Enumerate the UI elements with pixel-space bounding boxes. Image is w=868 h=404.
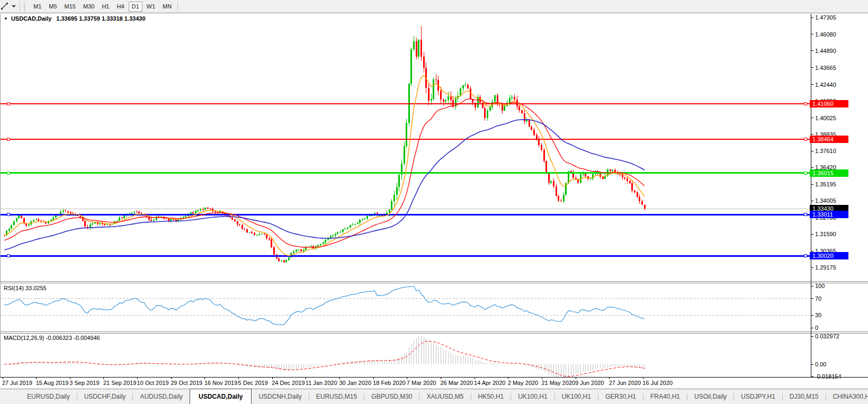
chart-tabs-bar: EURUSD,DailyUSDCHF,DailyAUDUSD,DailyUSDC… [0,389,868,404]
chart-window: 1.473051.460801.448901.436651.424401.412… [0,14,868,389]
svg-text:1.33011: 1.33011 [812,211,833,218]
svg-text:7 Mar 2020: 7 Mar 2020 [407,380,436,386]
svg-text:11 Jan 2020: 11 Jan 2020 [306,380,337,386]
chart-ohlc-header: ▼ USDCAD,Daily 1.33695 1.33759 1.33318 1… [4,15,146,22]
chart-tabs: EURUSD,DailyUSDCHF,DailyAUDUSD,DailyUSDC… [0,389,868,404]
hline-anchor[interactable] [804,138,807,141]
chart-borders [0,14,868,378]
svg-text:-0.018154: -0.018154 [815,373,842,380]
chart-tab-AUDUSD-Daily[interactable]: AUDUSD,Daily [133,389,190,404]
hline-anchor[interactable] [7,172,10,174]
chart-tab-FRA40-H1[interactable]: FRA40,H1 [643,389,687,404]
chart-canvas[interactable]: 1.473051.460801.448901.436651.424401.412… [0,14,868,389]
hline-anchor[interactable] [804,102,807,105]
trendline-tool-button[interactable] [0,1,17,12]
timeframe-buttons: M1M5M15M30H1H4D1W1MN [30,2,175,12]
timeframe-button-D1[interactable]: D1 [129,2,142,12]
svg-text:21 Sep 2019: 21 Sep 2019 [103,380,136,386]
svg-text:1.42440: 1.42440 [815,82,836,88]
svg-text:1.30020: 1.30020 [812,253,834,259]
svg-text:24 Dec 2019: 24 Dec 2019 [272,380,305,386]
hline-anchor[interactable] [7,255,10,257]
timeframe-toolbar: M1M5M15M30H1H4D1W1MN [0,0,868,13]
svg-text:70: 70 [815,295,821,302]
svg-text:21 May 2020: 21 May 2020 [541,380,575,386]
svg-text:1.35195: 1.35195 [815,181,836,187]
svg-text:0.00: 0.00 [815,361,826,367]
svg-text:14 Apr 2020: 14 Apr 2020 [474,380,505,386]
svg-text:1.34005: 1.34005 [815,197,836,204]
chart-tab-HK50-H1[interactable]: HK50,H1 [471,389,511,404]
chart-tab-USOil-Daily[interactable]: USOil,Daily [687,389,733,404]
toolbar-grip[interactable] [24,3,26,11]
tool-dropdown-caret-icon[interactable] [12,5,16,7]
svg-text:0: 0 [815,325,818,331]
timeframe-button-M1[interactable]: M1 [30,2,44,12]
time-axis: 27 Jul 201915 Aug 20193 Sep 201921 Sep 2… [2,377,673,386]
chart-tab-CHINA300-H4[interactable]: CHINA300,H4 [826,389,868,404]
svg-text:1.47305: 1.47305 [815,14,836,21]
ma-fast-line [4,76,645,256]
svg-text:27 Jul 2019: 27 Jul 2019 [2,380,32,386]
macd-indicator-label: MACD(12,26,9) -0.006323 -0.004946 [4,335,100,341]
svg-text:5 Dec 2019: 5 Dec 2019 [238,380,268,386]
svg-text:1.38464: 1.38464 [812,136,834,142]
svg-text:1.31590: 1.31590 [815,231,836,237]
timeframe-button-W1[interactable]: W1 [144,2,159,12]
toolbar-separator [20,2,20,11]
rsi-line [4,286,645,325]
svg-text:27 Jun 2020: 27 Jun 2020 [609,380,641,386]
chart-tab-XAUUSD-M5[interactable]: XAUUSD,M5 [419,389,470,404]
chart-tab-USDCHF-Daily[interactable]: USDCHF,Daily [77,389,133,404]
chart-tab-EURUSD-Daily[interactable]: EURUSD,Daily [20,389,77,404]
chart-tab-DJ30-M15[interactable]: DJ30,M15 [783,389,826,404]
rsi-indicator-label: RSI(14) 33.0255 [4,285,47,291]
hline-anchor[interactable] [804,255,807,257]
svg-text:1.37610: 1.37610 [815,148,836,154]
chart-tab-USDCNH-Daily[interactable]: USDCNH,Daily [252,389,308,404]
svg-text:1.43665: 1.43665 [815,65,836,71]
macd-histogram [4,336,645,377]
trendline-tool-icon [1,2,9,11]
macd-panel: 0.0329720.00-0.018154 [4,333,842,380]
hline-anchor[interactable] [804,213,807,216]
svg-text:100: 100 [815,283,825,289]
chart-symbol-label: USDCAD,Daily [11,15,51,22]
svg-text:3 Sep 2019: 3 Sep 2019 [69,380,99,386]
timeframe-button-M15[interactable]: M15 [61,2,79,12]
candles-layer [4,26,646,263]
svg-text:15 Aug 2019: 15 Aug 2019 [36,380,69,386]
collapse-caret-icon[interactable]: ▼ [4,16,8,21]
svg-text:16 Jul 2020: 16 Jul 2020 [642,380,673,386]
svg-text:30 Jan 2020: 30 Jan 2020 [339,380,372,386]
svg-text:1.46080: 1.46080 [815,31,836,38]
chart-tab-GER30-H1[interactable]: GER30,H1 [598,389,643,404]
macd-signal-line [4,341,645,376]
svg-text:30: 30 [815,312,821,318]
chart-tab-EURUSD-M15[interactable]: EURUSD,M15 [309,389,364,404]
timeframe-button-H4[interactable]: H4 [113,2,127,12]
chart-ohlc-values: 1.33695 1.33759 1.33318 1.33430 [56,15,145,22]
chart-tab-UK100-H1[interactable]: UK100,H1 [555,389,598,404]
chart-tab-GBPUSD-M30[interactable]: GBPUSD,M30 [364,389,419,404]
svg-text:10 Oct 2019: 10 Oct 2019 [137,380,169,386]
price-label-boxes: 1.334301.410601.384641.360151.330111.300… [7,100,848,259]
timeframe-button-H1[interactable]: H1 [99,2,112,12]
svg-text:26 Mar 2020: 26 Mar 2020 [440,380,473,386]
hline-anchor[interactable] [7,213,10,216]
svg-text:16 Nov 2019: 16 Nov 2019 [204,380,237,386]
svg-text:0.032972: 0.032972 [815,333,839,339]
timeframe-button-M5[interactable]: M5 [46,2,60,12]
timeframe-button-M30[interactable]: M30 [80,2,97,12]
chart-tab-USDCAD-Daily[interactable]: USDCAD,Daily [190,389,252,404]
timeframe-button-MN[interactable]: MN [159,2,175,12]
svg-text:1.40025: 1.40025 [815,115,836,121]
hline-anchor[interactable] [804,172,807,174]
svg-text:29 Oct 2019: 29 Oct 2019 [171,380,202,386]
chart-tab-USDJPY-H1[interactable]: USDJPY,H1 [734,389,782,404]
chart-tab-UK100-H1[interactable]: UK100,H1 [511,389,554,404]
svg-text:1.29175: 1.29175 [815,264,836,271]
hline-anchor[interactable] [7,102,10,105]
hline-anchor[interactable] [7,138,10,141]
mt4-window: { "toolbar": { "timeframes": ["M1","M5",… [0,0,868,404]
